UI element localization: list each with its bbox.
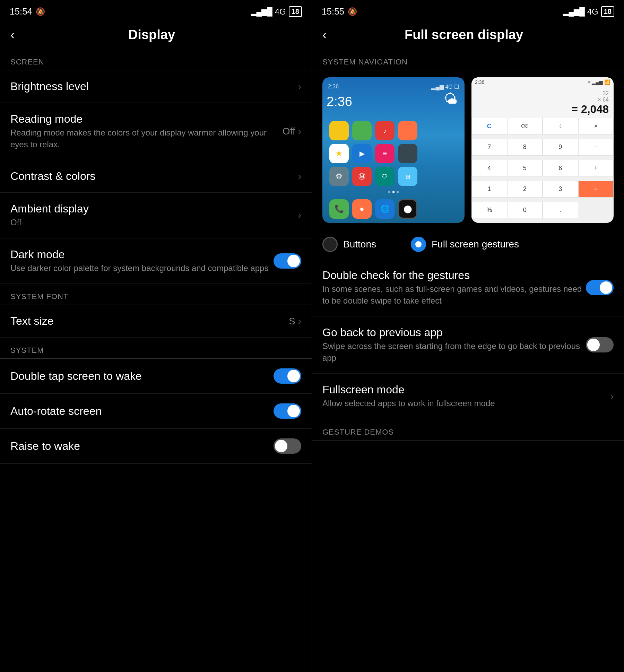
section-label-screen: SCREEN <box>0 49 312 70</box>
toggle-double-tap[interactable] <box>274 368 301 384</box>
toggle-auto-rotate[interactable] <box>274 403 301 419</box>
setting-ambient[interactable]: Ambient display Off › <box>0 193 312 238</box>
page-dot-2 <box>392 191 395 193</box>
section-label-font: SYSTEM FONT <box>0 284 312 305</box>
setting-dark-mode[interactable]: Dark mode Use darker color palette for s… <box>0 238 312 284</box>
calc-btn-pct[interactable]: % <box>471 202 507 218</box>
toggle-dark-mode[interactable]: true <box>274 253 301 269</box>
radio-buttons[interactable] <box>322 237 338 252</box>
page-dot-1 <box>388 191 390 193</box>
calc-status-icons: ≡ ▂▄▆ 📶 <box>588 79 610 85</box>
radio-gestures[interactable] <box>411 237 426 252</box>
app-icon-3: ♪ <box>375 121 395 140</box>
nav-options-row: Buttons Full screen gestures <box>312 233 624 259</box>
app-icon-4 <box>398 121 417 140</box>
calc-btn-minus[interactable]: − <box>578 139 614 156</box>
toggle-go-back[interactable] <box>586 337 614 352</box>
nav-option-label-buttons: Buttons <box>343 239 376 250</box>
setting-subtitle-ambient: Off <box>10 217 298 228</box>
chevron-contrast: › <box>298 171 301 182</box>
battery-icon-left: 18 <box>289 6 302 17</box>
back-button-left[interactable]: ‹ <box>10 29 15 41</box>
app-icon-11: 🛡 <box>375 167 395 186</box>
app-icon-8 <box>398 144 417 163</box>
toggle-double-check[interactable] <box>586 280 614 295</box>
setting-title-goback: Go back to previous app <box>322 326 586 339</box>
setting-title-doubletap: Double tap screen to wake <box>10 370 274 383</box>
divider-gesture-demos <box>312 440 624 440</box>
mute-icon: 🔕 <box>36 7 45 16</box>
calc-btn-equals-top[interactable]: = <box>578 181 614 198</box>
setting-value-reading: Off <box>283 126 295 137</box>
calc-btn-div[interactable]: ÷ <box>543 118 578 134</box>
setting-subtitle-doublecheck: In some scenes, such as full-screen game… <box>322 283 586 306</box>
setting-title-dark: Dark mode <box>10 248 274 261</box>
back-button-right[interactable]: ‹ <box>322 29 327 41</box>
calc-btn-5[interactable]: 5 <box>507 160 543 176</box>
calc-btn-plus[interactable]: + <box>578 160 614 176</box>
section-label-gesture-demos: GESTURE DEMOS <box>312 419 624 440</box>
nav-preview: 2:36 ▂▄▆ 4G ☐ 🌤 2:36 ♪ ★ <box>312 70 624 233</box>
preview-phone-buttons[interactable]: 2:36 ▂▄▆ 4G ☐ 🌤 2:36 ♪ ★ <box>322 77 465 223</box>
network-type-right: 4G <box>587 7 598 17</box>
app-icon-10: Ⓜ <box>352 167 372 186</box>
setting-double-tap[interactable]: Double tap screen to wake <box>0 359 312 394</box>
page-header-right: ‹ Full screen display <box>312 20 624 49</box>
calc-btn-2[interactable]: 2 <box>507 181 543 198</box>
app-icon-12: ⊞ <box>398 167 417 186</box>
signal-icon: ▂▄▆█ <box>251 7 272 16</box>
calc-btn-c[interactable]: C <box>471 118 507 134</box>
preview-phone-gestures[interactable]: 2:36 ≡ ▂▄▆ 📶 32× 64 = 2,048 C ⌫ ÷ × 7 8 … <box>471 77 614 223</box>
dock-phone: 📞 <box>329 199 349 219</box>
calc-btn-8[interactable]: 8 <box>507 139 543 156</box>
page-title-left: Display <box>21 27 282 42</box>
calc-btn-6[interactable]: 6 <box>543 160 578 176</box>
setting-brightness[interactable]: Brightness level › <box>0 70 312 103</box>
time-right: 15:55 <box>322 6 344 17</box>
time-left: 15:54 <box>10 6 32 17</box>
nav-option-buttons[interactable]: Buttons <box>322 237 376 252</box>
app-icon-7: ≡ <box>375 144 395 163</box>
left-panel: 15:54 🔕 ▂▄▆█ 4G 18 ‹ Display SCREEN Brig… <box>0 0 312 672</box>
network-type-left: 4G <box>275 7 286 17</box>
page-title-right: Full screen display <box>333 27 594 42</box>
calc-btn-0[interactable]: 0 <box>507 202 543 218</box>
page-header-left: ‹ Display <box>0 20 312 49</box>
setting-subtitle-reading: Reading mode makes the colors of your di… <box>10 127 283 150</box>
setting-title-autorotate: Auto-rotate screen <box>10 405 274 418</box>
setting-reading-mode[interactable]: Reading mode Reading mode makes the colo… <box>0 103 312 160</box>
calc-btn-1[interactable]: 1 <box>471 181 507 198</box>
setting-title-brightness: Brightness level <box>10 80 298 93</box>
toggle-raise-to-wake[interactable] <box>274 438 301 454</box>
setting-go-back-previous[interactable]: Go back to previous app Swipe across the… <box>312 316 624 374</box>
calc-btn-4[interactable]: 4 <box>471 160 507 176</box>
setting-auto-rotate[interactable]: Auto-rotate screen <box>0 394 312 429</box>
signal-icon-right: ▂▄▆█ <box>563 7 584 16</box>
setting-subtitle-dark: Use darker color palette for system back… <box>10 262 274 274</box>
setting-text-size[interactable]: Text size S › <box>0 305 312 338</box>
setting-fullscreen-mode[interactable]: Fullscreen mode Allow selected apps to w… <box>312 374 624 419</box>
status-bar-right: 15:55 🔕 ▂▄▆█ 4G 18 <box>312 0 624 20</box>
setting-double-check-gestures[interactable]: Double check for the gestures In some sc… <box>312 259 624 316</box>
calc-btn-dot[interactable]: . <box>543 202 578 218</box>
setting-raise-to-wake[interactable]: Raise to wake <box>0 429 312 464</box>
nav-option-gestures[interactable]: Full screen gestures <box>411 237 519 252</box>
mute-icon-right: 🔕 <box>348 7 357 16</box>
chevron-fullscreen: › <box>610 391 614 402</box>
setting-contrast[interactable]: Contrast & colors › <box>0 160 312 193</box>
preview-home-time: 2:36 <box>327 91 460 111</box>
preview-icons-left: ▂▄▆ 4G ☐ <box>431 84 459 90</box>
weather-icon: 🌤 <box>444 91 458 107</box>
calc-btn-9[interactable]: 9 <box>543 139 578 156</box>
app-icon-5: ★ <box>329 144 349 163</box>
app-icon-9: ⚙ <box>329 167 349 186</box>
calc-btn-mul[interactable]: × <box>578 118 614 134</box>
setting-title-contrast: Contrast & colors <box>10 170 298 183</box>
calc-btn-3[interactable]: 3 <box>543 181 578 198</box>
chevron-brightness: › <box>298 81 301 92</box>
setting-subtitle-goback: Swipe across the screen starting from th… <box>322 340 586 364</box>
dock-app3: 🌐 <box>375 199 395 219</box>
calc-btn-7[interactable]: 7 <box>471 139 507 156</box>
calc-btn-back[interactable]: ⌫ <box>507 118 543 134</box>
chevron-ambient: › <box>298 210 301 221</box>
